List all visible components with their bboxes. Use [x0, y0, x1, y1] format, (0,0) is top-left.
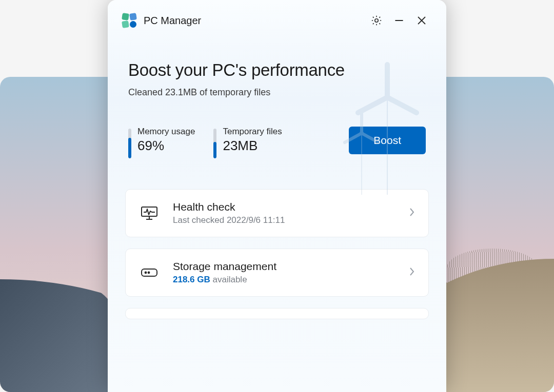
- cards-list: Health check Last checked 2022/9/6 11:11…: [108, 158, 446, 319]
- partial-card[interactable]: [125, 308, 429, 319]
- temp-files-metric: Temporary files 23MB: [213, 127, 282, 158]
- temp-files-bar-fill: [213, 142, 216, 158]
- temp-files-bar: [213, 129, 216, 158]
- boost-button[interactable]: Boost: [349, 127, 426, 154]
- close-icon: [416, 14, 428, 27]
- pc-manager-logo-icon: [122, 13, 136, 28]
- minimize-icon: [392, 14, 406, 27]
- storage-available-value: 218.6 GB: [173, 275, 210, 284]
- temp-files-value: 23MB: [223, 138, 282, 154]
- hero-title: Boost your PC's performance: [128, 60, 426, 80]
- memory-usage-bar-fill: [128, 138, 131, 158]
- pc-manager-window: PC Manager Boo: [108, 0, 446, 392]
- titlebar: PC Manager: [108, 0, 446, 36]
- wallpaper-dune-left: [0, 279, 118, 392]
- metrics-row: Memory usage 69% Temporary files 23MB Bo…: [128, 127, 426, 158]
- settings-button[interactable]: [365, 11, 388, 30]
- app-title: PC Manager: [144, 15, 201, 27]
- hero-subtitle: Cleaned 23.1MB of temporary files: [128, 87, 426, 98]
- svg-point-0: [375, 19, 378, 22]
- chevron-right-icon: [409, 266, 415, 279]
- memory-usage-bar: [128, 129, 131, 158]
- health-check-title: Health check: [173, 201, 395, 213]
- memory-usage-label: Memory usage: [137, 127, 195, 137]
- gear-icon: [370, 14, 383, 27]
- storage-drive-icon: [139, 262, 160, 283]
- hero-section: Boost your PC's performance Cleaned 23.1…: [108, 36, 446, 158]
- close-button[interactable]: [410, 11, 433, 30]
- storage-available-suffix: available: [210, 275, 247, 284]
- health-check-subtitle: Last checked 2022/9/6 11:11: [173, 215, 395, 225]
- storage-management-card[interactable]: Storage management 218.6 GB available: [125, 249, 429, 297]
- health-monitor-icon: [139, 203, 160, 223]
- chevron-right-icon: [409, 207, 415, 219]
- memory-usage-value: 69%: [137, 138, 195, 154]
- memory-usage-metric: Memory usage 69%: [128, 127, 195, 158]
- storage-management-subtitle: 218.6 GB available: [173, 275, 395, 285]
- svg-point-12: [145, 272, 147, 274]
- health-check-card[interactable]: Health check Last checked 2022/9/6 11:11: [125, 189, 429, 237]
- temp-files-label: Temporary files: [223, 127, 282, 137]
- svg-point-13: [148, 272, 150, 274]
- minimize-button[interactable]: [388, 11, 410, 30]
- storage-management-title: Storage management: [173, 260, 395, 273]
